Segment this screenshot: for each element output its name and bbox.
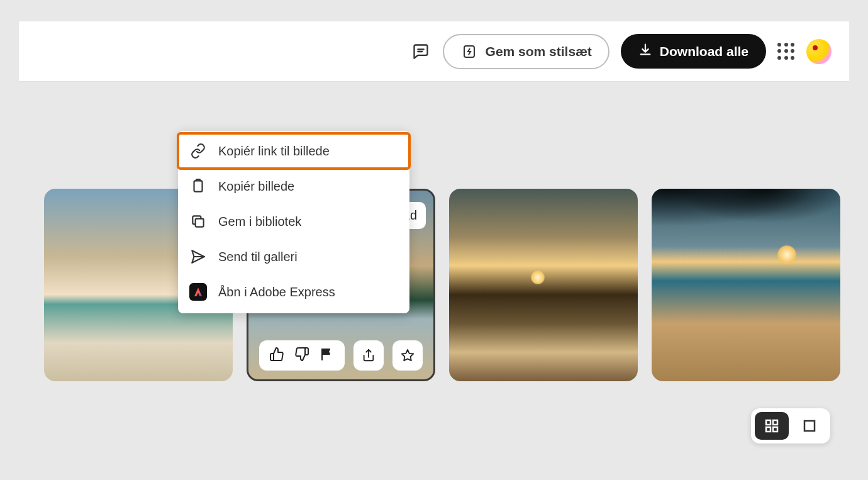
- download-all-label: Download alle: [660, 44, 748, 59]
- svg-rect-10: [773, 420, 777, 425]
- download-icon: [638, 43, 652, 60]
- menu-item-save-library[interactable]: Gem i bibliotek: [178, 204, 409, 239]
- menu-item-copy-link[interactable]: Kopiér link til billede: [178, 133, 409, 169]
- menu-item-send-gallery[interactable]: Send til galleri: [178, 239, 409, 274]
- context-menu: Kopiér link til billede Kopiér billede G…: [178, 131, 409, 313]
- menu-item-copy-image[interactable]: Kopiér billede: [178, 169, 409, 204]
- send-icon: [189, 248, 207, 265]
- single-view-button[interactable]: [793, 412, 826, 440]
- svg-rect-5: [194, 181, 203, 191]
- menu-item-label: Send til galleri: [218, 250, 298, 264]
- svg-marker-4: [402, 350, 413, 360]
- result-thumbnail[interactable]: [652, 189, 840, 381]
- grid-view-button[interactable]: [755, 412, 789, 440]
- svg-rect-6: [196, 219, 204, 227]
- save-as-styleset-button[interactable]: Gem som stilsæt: [443, 34, 609, 69]
- svg-rect-9: [766, 420, 771, 425]
- svg-rect-11: [766, 427, 771, 432]
- top-bar: Gem som stilsæt Download alle: [19, 21, 849, 82]
- page-root: Gem som stilsæt Download alle: [0, 0, 868, 480]
- link-icon: [189, 142, 207, 160]
- menu-item-label: Kopiér link til billede: [218, 144, 330, 159]
- svg-rect-13: [804, 421, 815, 431]
- results-grid: load: [19, 82, 849, 381]
- menu-item-label: Åbn i Adobe Express: [218, 285, 335, 299]
- flag-icon[interactable]: [320, 347, 335, 364]
- lightning-icon: [460, 43, 478, 60]
- menu-item-label: Gem i bibliotek: [218, 215, 301, 229]
- view-switcher: [751, 408, 830, 444]
- download-all-button[interactable]: Download alle: [621, 34, 766, 69]
- svg-rect-12: [773, 427, 777, 432]
- rating-group: [259, 340, 345, 371]
- favorite-button[interactable]: [392, 340, 423, 371]
- share-button[interactable]: [353, 340, 384, 371]
- thumbnail-actions: [248, 340, 433, 371]
- thumbs-down-icon[interactable]: [294, 347, 309, 364]
- app-canvas: Gem som stilsæt Download alle: [19, 19, 849, 461]
- app-switcher-icon[interactable]: [777, 43, 795, 60]
- save-as-styleset-label: Gem som stilsæt: [486, 44, 592, 59]
- result-thumbnail[interactable]: [449, 189, 638, 381]
- avatar[interactable]: [806, 39, 832, 64]
- thumbs-up-icon[interactable]: [269, 347, 284, 364]
- clipboard-icon: [189, 177, 207, 195]
- menu-item-open-express[interactable]: Åbn i Adobe Express: [178, 274, 409, 310]
- feedback-icon[interactable]: [410, 41, 431, 62]
- content-area: load: [19, 82, 849, 461]
- copy-icon: [189, 213, 207, 230]
- menu-item-label: Kopiér billede: [218, 179, 294, 194]
- adobe-express-icon: [189, 283, 207, 301]
